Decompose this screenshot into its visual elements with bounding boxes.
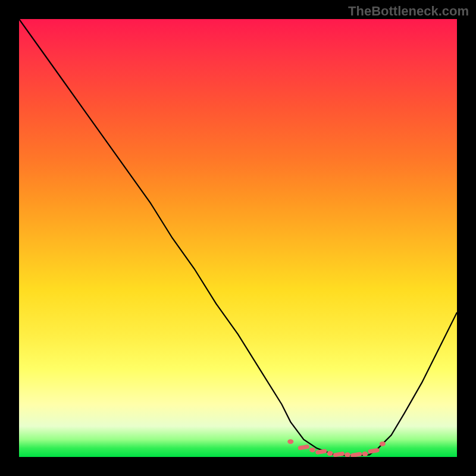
optimal-marker-dot <box>309 447 315 452</box>
optimal-marker-dot <box>345 452 350 457</box>
chart-plot-area <box>19 19 457 457</box>
optimal-marker-dot <box>287 439 293 444</box>
optimal-marker-dash <box>318 451 325 452</box>
watermark-text: TheBottleneck.com <box>348 4 469 19</box>
optimal-marker-dot <box>327 451 333 456</box>
optimal-marker-dash <box>300 447 307 448</box>
optimal-marker-dot <box>380 441 386 446</box>
optimal-marker-dash <box>335 454 342 455</box>
optimal-marker-dot <box>362 452 368 456</box>
chart-svg <box>19 19 457 457</box>
optimal-marker-dash <box>370 450 377 452</box>
optimal-marker-dash <box>353 454 360 455</box>
bottleneck-curve-line <box>19 19 457 456</box>
